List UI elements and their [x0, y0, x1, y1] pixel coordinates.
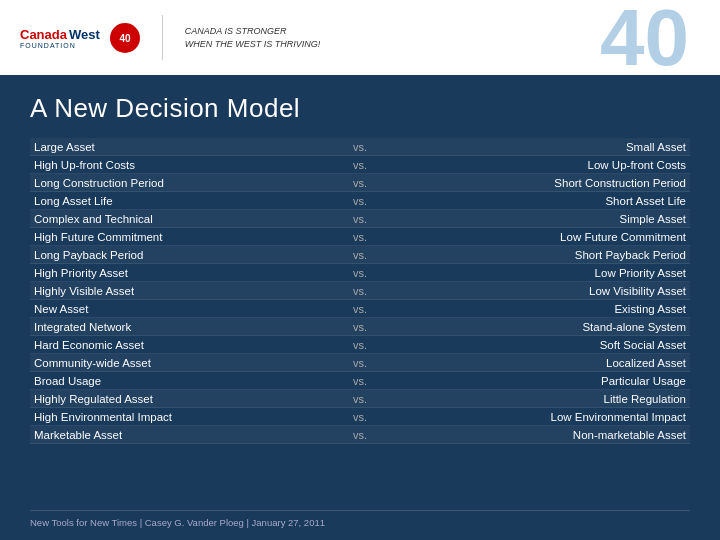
table-row: High Environmental Impactvs.Low Environm… — [30, 408, 690, 426]
cell-left: Long Asset Life — [30, 195, 335, 207]
cell-vs: vs. — [335, 375, 385, 387]
cell-right: Little Regulation — [385, 393, 690, 405]
cell-left: Complex and Technical — [30, 213, 335, 225]
cell-right: Low Up-front Costs — [385, 159, 690, 171]
cell-vs: vs. — [335, 177, 385, 189]
cell-left: New Asset — [30, 303, 335, 315]
logo-canada: Canada — [20, 27, 67, 42]
cell-right: Existing Asset — [385, 303, 690, 315]
cell-left: High Up-front Costs — [30, 159, 335, 171]
comparison-table: Large Assetvs.Small AssetHigh Up-front C… — [30, 138, 690, 500]
table-row: Large Assetvs.Small Asset — [30, 138, 690, 156]
main-content: A New Decision Model Large Assetvs.Small… — [0, 75, 720, 540]
cell-right: Soft Social Asset — [385, 339, 690, 351]
table-row: Hard Economic Assetvs.Soft Social Asset — [30, 336, 690, 354]
cell-right: Short Asset Life — [385, 195, 690, 207]
table-row: Long Asset Lifevs.Short Asset Life — [30, 192, 690, 210]
cell-left: High Priority Asset — [30, 267, 335, 279]
vertical-divider — [162, 15, 163, 60]
cell-vs: vs. — [335, 429, 385, 441]
cell-vs: vs. — [335, 357, 385, 369]
table-row: Complex and Technicalvs.Simple Asset — [30, 210, 690, 228]
header: Canada West FOUNDATION 40 CANADA IS STRO… — [0, 0, 720, 75]
cell-vs: vs. — [335, 393, 385, 405]
table-row: High Priority Assetvs.Low Priority Asset — [30, 264, 690, 282]
cell-left: Long Construction Period — [30, 177, 335, 189]
tagline-line1: CANADA IS STRONGER — [185, 26, 287, 36]
cell-right: Localized Asset — [385, 357, 690, 369]
cell-left: Highly Regulated Asset — [30, 393, 335, 405]
cell-left: Community-wide Asset — [30, 357, 335, 369]
tagline-line2: WHEN THE WEST IS THRIVING! — [185, 39, 321, 49]
cell-vs: vs. — [335, 267, 385, 279]
cell-right: Low Priority Asset — [385, 267, 690, 279]
cell-right: Simple Asset — [385, 213, 690, 225]
cell-vs: vs. — [335, 411, 385, 423]
cell-left: Highly Visible Asset — [30, 285, 335, 297]
table-row: Long Payback Periodvs.Short Payback Peri… — [30, 246, 690, 264]
cell-left: Hard Economic Asset — [30, 339, 335, 351]
logo-area: Canada West FOUNDATION 40 CANADA IS STRO… — [20, 15, 320, 60]
footer: New Tools for New Times | Casey G. Vande… — [30, 510, 690, 528]
table-row: Community-wide Assetvs.Localized Asset — [30, 354, 690, 372]
cell-vs: vs. — [335, 321, 385, 333]
table-row: High Up-front Costsvs.Low Up-front Costs — [30, 156, 690, 174]
cell-vs: vs. — [335, 195, 385, 207]
cell-right: Short Payback Period — [385, 249, 690, 261]
logo-foundation: FOUNDATION — [20, 42, 100, 49]
cell-right: Stand-alone System — [385, 321, 690, 333]
cell-vs: vs. — [335, 249, 385, 261]
table-row: Long Construction Periodvs.Short Constru… — [30, 174, 690, 192]
table-row: High Future Commitmentvs.Low Future Comm… — [30, 228, 690, 246]
cell-right: Particular Usage — [385, 375, 690, 387]
tagline: CANADA IS STRONGER WHEN THE WEST IS THRI… — [185, 25, 321, 50]
page-title: A New Decision Model — [30, 93, 690, 124]
logo-block: Canada West FOUNDATION — [20, 27, 100, 49]
logo-badge: 40 — [110, 23, 140, 53]
cell-right: Low Visibility Asset — [385, 285, 690, 297]
cell-right: Short Construction Period — [385, 177, 690, 189]
svg-text:40: 40 — [119, 33, 131, 44]
cell-vs: vs. — [335, 141, 385, 153]
cell-vs: vs. — [335, 339, 385, 351]
cell-vs: vs. — [335, 159, 385, 171]
cell-vs: vs. — [335, 231, 385, 243]
cell-left: High Environmental Impact — [30, 411, 335, 423]
table-row: New Assetvs.Existing Asset — [30, 300, 690, 318]
cell-right: Non-marketable Asset — [385, 429, 690, 441]
table-row: Broad Usagevs.Particular Usage — [30, 372, 690, 390]
table-row: Highly Visible Assetvs.Low Visibility As… — [30, 282, 690, 300]
logo-west: West — [69, 27, 100, 42]
cell-left: High Future Commitment — [30, 231, 335, 243]
cell-left: Integrated Network — [30, 321, 335, 333]
cell-left: Large Asset — [30, 141, 335, 153]
cell-left: Broad Usage — [30, 375, 335, 387]
logo-name-row: Canada West — [20, 27, 100, 42]
cell-right: Small Asset — [385, 141, 690, 153]
big-number-display: 40 — [595, 0, 705, 81]
cell-vs: vs. — [335, 213, 385, 225]
table-row: Marketable Assetvs.Non-marketable Asset — [30, 426, 690, 444]
table-row: Highly Regulated Assetvs.Little Regulati… — [30, 390, 690, 408]
table-row: Integrated Networkvs.Stand-alone System — [30, 318, 690, 336]
cell-left: Marketable Asset — [30, 429, 335, 441]
cell-vs: vs. — [335, 303, 385, 315]
cell-right: Low Environmental Impact — [385, 411, 690, 423]
cell-left: Long Payback Period — [30, 249, 335, 261]
svg-text:40: 40 — [600, 0, 689, 70]
cell-vs: vs. — [335, 285, 385, 297]
cell-right: Low Future Commitment — [385, 231, 690, 243]
